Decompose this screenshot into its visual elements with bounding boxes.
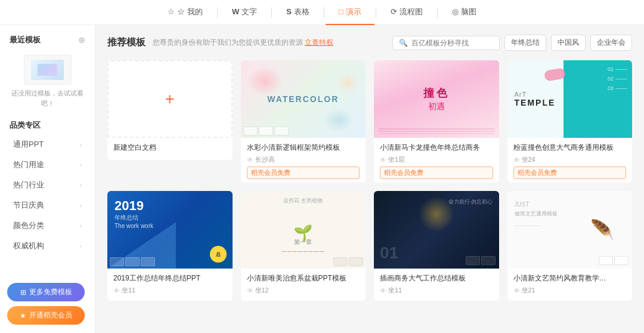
arttemple-thumb: ArT TEMPLE 01 02 03 bbox=[507, 60, 633, 138]
sidebar-item-hot-industry[interactable]: 热门行业 › bbox=[4, 175, 91, 195]
macaroon-info: 小清新马卡龙撞色年终总结商务 👁 坐1层 稻壳会员免费 bbox=[374, 138, 499, 183]
macaroon-vip-badge: 稻壳会员免费 bbox=[380, 166, 493, 179]
content-area: 推荐模板 您尊贵的身份有助于我们为您提供更优质的资源 立查特权 🔍 年终总结 中… bbox=[95, 25, 644, 333]
search-icon: 🔍 bbox=[399, 39, 408, 47]
recent-thumb bbox=[24, 55, 72, 85]
recent-template-area: 还没用过模板，去试试看吧！ bbox=[0, 50, 95, 113]
flow-icon: ⟳ bbox=[391, 7, 397, 16]
nav-divider3 bbox=[324, 7, 324, 18]
watercolor-name: 水彩小清新逻辑框架简约模板 bbox=[247, 143, 360, 153]
sidebar-item-hot-use[interactable]: 热门用途 › bbox=[4, 155, 91, 175]
nav-item-mind[interactable]: ◎ 脑图 bbox=[439, 0, 490, 25]
plus-icon: + bbox=[165, 91, 175, 107]
vip-icon: ★ bbox=[20, 312, 26, 320]
arttemple-info: 粉蓝撞色创意大气商务通用模板 👁 坐24 稻壳会员免费 bbox=[507, 138, 633, 183]
dark-name: 插画商务大气工作总结模板 bbox=[380, 273, 493, 283]
eye-icon5: 👁 bbox=[247, 287, 253, 294]
dark-thumb: 01 奋力前行·勿忘初心 bbox=[374, 191, 499, 269]
recent-expand-icon[interactable]: ⊕ bbox=[78, 35, 85, 45]
eye-icon7: 👁 bbox=[513, 287, 520, 294]
new-blank-card[interactable]: + 新建空白文档 bbox=[107, 60, 233, 183]
search-input[interactable] bbox=[411, 39, 489, 47]
watercolor-info: 水彩小清新逻辑框架简约模板 👁 长沙高 稻壳会员免费 bbox=[241, 138, 366, 183]
search-box[interactable]: 🔍 bbox=[392, 36, 500, 50]
plants-info: 小清新唯美治愈系盆栽PPT模板 👁 坐12 bbox=[241, 269, 366, 301]
watercolor-thumb: WATERCOLOR bbox=[241, 60, 366, 138]
search-area: 🔍 年终总结 中国风 企业年会 bbox=[392, 35, 632, 51]
nav-divider4 bbox=[376, 7, 376, 18]
literary-name: 小清新文艺简约风教育教学… bbox=[513, 273, 627, 283]
chevron-icon: › bbox=[79, 222, 82, 229]
nav-item-present[interactable]: □ 演示 bbox=[326, 0, 374, 25]
chevron-icon: › bbox=[79, 141, 82, 148]
text-icon: W bbox=[232, 7, 239, 16]
content-header: 推荐模板 您尊贵的身份有助于我们为您提供更优质的资源 立查特权 🔍 年终总结 中… bbox=[107, 35, 632, 51]
eye-icon3: 👁 bbox=[513, 156, 520, 164]
template-card-arttemple[interactable]: ArT TEMPLE 01 02 03 粉蓝撞色创意大气商务通用模板 bbox=[507, 60, 633, 183]
literary-thumb: JUST 做简文艺通用模板 __________ 🪶 bbox=[507, 191, 633, 269]
category-section-title: 品类专区 bbox=[0, 113, 95, 134]
nav-item-flow[interactable]: ⟳ 流程图 bbox=[377, 0, 436, 25]
content-subtitle: 您尊贵的身份有助于我们为您提供更优质的资源 立查特权 bbox=[153, 38, 385, 48]
year2019-thumb: 2019 年终总结The work work 总 bbox=[107, 191, 233, 269]
table-icon: S bbox=[286, 7, 292, 16]
year2019-info: 2019工作总结年终总结PPT 👁 坐11 bbox=[107, 269, 233, 301]
filter-enterprise[interactable]: 企业年会 bbox=[590, 35, 632, 51]
eye-icon4: 👁 bbox=[113, 287, 120, 294]
filter-year-end[interactable]: 年终总结 bbox=[504, 35, 546, 51]
template-grid: + 新建空白文档 WATERCOLOR bbox=[107, 60, 632, 301]
new-blank-label: 新建空白文档 bbox=[113, 143, 227, 153]
new-blank-thumb: + bbox=[107, 60, 233, 138]
macaroon-thumb: 撞色 初遇 bbox=[374, 60, 499, 138]
sidebar-item-festival[interactable]: 节日庆典 › bbox=[4, 195, 91, 215]
watercolor-vip-badge: 稻壳会员免费 bbox=[247, 166, 360, 179]
nav-item-table[interactable]: S 表格 bbox=[273, 0, 323, 25]
filter-chinese[interactable]: 中国风 bbox=[551, 35, 586, 51]
vip-button[interactable]: ★ 开通稻壳会员 bbox=[7, 306, 85, 325]
dark-info: 插画商务大气工作总结模板 👁 坐11 bbox=[374, 269, 499, 301]
recent-empty-text: 还没用过模板，去试试看吧！ bbox=[10, 88, 85, 108]
year2019-name: 2019工作总结年终总结PPT bbox=[113, 273, 227, 283]
eye-icon6: 👁 bbox=[380, 287, 386, 294]
chevron-icon: › bbox=[79, 202, 82, 209]
sidebar-item-authority[interactable]: 权威机构 › bbox=[4, 236, 91, 256]
nav-item-mine[interactable]: ☆ ☆ 我的 bbox=[154, 0, 216, 25]
macaroon-name: 小清新马卡龙撞色年终总结商务 bbox=[380, 143, 493, 153]
nav-divider5 bbox=[437, 7, 438, 18]
plants-thumb: 这些花 生而植物 🌱 第一章一一一一一一一一 bbox=[241, 191, 366, 269]
template-card-literary[interactable]: JUST 做简文艺通用模板 __________ 🪶 小清新文艺简约风教育教学… bbox=[507, 191, 633, 301]
template-card-dark[interactable]: 01 奋力前行·勿忘初心 插画商务大气工作总结模板 👁 坐11 bbox=[374, 191, 499, 301]
top-nav: ☆ ☆ 我的 W 文字 S 表格 □ 演示 ⟳ 流程图 ◎ 脑图 bbox=[0, 0, 644, 25]
sidebar-item-general-ppt[interactable]: 通用PPT › bbox=[4, 134, 91, 155]
template-card-plants[interactable]: 这些花 生而植物 🌱 第一章一一一一一一一一 小清新唯美治愈系盆栽PPT模板 👁 bbox=[241, 191, 366, 301]
arttemple-name: 粉蓝撞色创意大气商务通用模板 bbox=[513, 143, 627, 153]
grid-icon: ⊞ bbox=[20, 288, 26, 297]
star-icon: ☆ bbox=[168, 7, 175, 16]
page-title: 推荐模板 bbox=[107, 36, 145, 49]
chevron-icon: › bbox=[79, 242, 82, 249]
chevron-icon: › bbox=[79, 181, 82, 189]
eye-icon: 👁 bbox=[247, 156, 253, 164]
template-card-2019[interactable]: 2019 年终总结The work work 总 2019工作总结年终总结PPT bbox=[107, 191, 233, 301]
nav-divider1 bbox=[217, 7, 218, 18]
sidebar-item-color[interactable]: 颜色分类 › bbox=[4, 215, 91, 236]
plants-name: 小清新唯美治愈系盆栽PPT模板 bbox=[247, 273, 360, 283]
eye-icon2: 👁 bbox=[380, 156, 386, 164]
present-icon: □ bbox=[339, 7, 343, 16]
nav-divider2 bbox=[271, 7, 272, 18]
template-card-macaroon[interactable]: 撞色 初遇 小清新马卡龙撞色年终总结商务 👁 bbox=[374, 60, 499, 183]
arttemple-vip-badge: 稻壳会员免费 bbox=[513, 166, 627, 179]
nav-item-text[interactable]: W 文字 bbox=[219, 0, 270, 25]
free-template-button[interactable]: ⊞ 更多免费模板 bbox=[7, 283, 85, 301]
literary-info: 小清新文艺简约风教育教学… 👁 坐21 bbox=[507, 269, 633, 301]
chevron-icon: › bbox=[79, 161, 82, 168]
mind-icon: ◎ bbox=[452, 7, 459, 16]
recent-section-title: 最近模板 ⊕ bbox=[0, 35, 95, 50]
privilege-link[interactable]: 立查特权 bbox=[305, 38, 333, 47]
template-card-watercolor[interactable]: WATERCOLOR 水彩小清新逻辑框架简约模板 👁 长沙高 bbox=[241, 60, 366, 183]
sidebar: 最近模板 ⊕ 还没用过模板，去试试看吧！ 品类专区 通用PPT › 热门用途 ›… bbox=[0, 25, 95, 333]
